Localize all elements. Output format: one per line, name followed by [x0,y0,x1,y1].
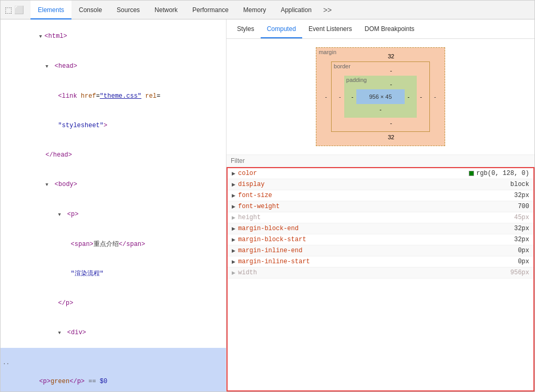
prop-value-display: block [510,181,529,188]
padding-right-value: - [408,94,410,100]
expand-color-icon[interactable]: ▶ [232,171,238,176]
margin-left-value: - [325,94,327,100]
prop-value-width: 956px [510,269,529,276]
prop-value-color: rgb(0, 128, 0) [469,170,529,177]
prop-row-display[interactable]: ▶ display block [228,179,533,190]
expand-margin-block-end-icon[interactable]: ▶ [232,226,238,231]
dom-line-span[interactable]: <span>重点介绍</span> [1,230,226,259]
top-tab-bar: ⬚ ⬜ Elements Console Sources Network Per… [1,1,534,19]
expand-margin-inline-start-icon[interactable]: ▶ [232,259,238,264]
dom-line-link[interactable]: <link href="theme.css" rel= [1,81,226,111]
filter-input[interactable] [231,157,530,164]
triangle-html[interactable]: ▼ [39,32,45,42]
expand-display-icon[interactable]: ▶ [232,182,238,187]
border-left-value: - [339,94,341,100]
margin-box: margin 32 - border [316,47,445,146]
prop-row-margin-inline-end[interactable]: ▶ margin-inline-end 0px [228,245,533,256]
dom-line-p[interactable]: ▼ <p> [1,200,226,230]
dots-indicator: .. [3,358,9,367]
css-properties-list: ▶ color rgb(0, 128, 0) ▶ display block ▶… [227,167,534,391]
dom-line-head[interactable]: ▼ <head> [1,51,226,81]
content-size: 956 × 45 [369,94,392,100]
devtools-window: ⬚ ⬜ Elements Console Sources Network Per… [0,0,535,392]
tab-network[interactable]: Network [147,1,185,19]
tab-memory[interactable]: Memory [236,1,273,19]
margin-bottom-value: 32 [388,134,394,140]
tab-application[interactable]: Application [273,1,319,19]
tab-console[interactable]: Console [71,1,109,19]
prop-row-font-weight[interactable]: ▶ font-weight 700 [228,201,533,212]
prop-name-margin-inline-start: margin-inline-start [238,258,518,265]
padding-left-value: - [352,94,354,100]
dom-line-div[interactable]: ▼ <div> [1,318,226,348]
triangle-head[interactable]: ▼ [46,62,51,71]
prop-name-display: display [238,181,510,188]
sub-tab-event-listeners[interactable]: Event Listeners [302,19,358,38]
tab-sources[interactable]: Sources [109,1,147,19]
padding-bottom-value: - [379,106,382,112]
prop-value-margin-inline-end: 0px [518,247,529,254]
border-top-value: - [390,67,392,74]
expand-font-size-icon[interactable]: ▶ [232,193,238,198]
dom-line-stylesheet[interactable]: "stylesheet"> [1,111,226,140]
prop-name-font-weight: font-weight [238,203,518,210]
padding-box: padding - - [344,76,417,118]
prop-row-font-size[interactable]: ▶ font-size 32px [228,190,533,201]
dom-line-html[interactable]: ▼<html> [1,22,226,51]
prop-name-font-size: font-size [238,192,514,199]
prop-row-margin-block-end[interactable]: ▶ margin-block-end 32px [228,223,533,234]
border-right-value: - [420,94,422,100]
prop-name-margin-block-start: margin-block-start [238,236,514,243]
prop-value-margin-inline-start: 0px [518,258,529,265]
color-swatch-color[interactable] [469,171,474,176]
sub-tab-computed[interactable]: Computed [261,19,302,38]
box-model-diagram: margin 32 - border [316,47,445,146]
tab-performance[interactable]: Performance [185,1,236,19]
expand-height-icon[interactable]: ▶ [232,215,238,220]
prop-name-margin-inline-end: margin-inline-end [238,247,518,254]
border-label: border [334,63,351,69]
sub-tab-styles[interactable]: Styles [231,19,261,38]
main-content: ▼<html> ▼ <head> <link href="theme.css" … [1,19,534,391]
dom-tree-panel: ▼<html> ▼ <head> <link href="theme.css" … [1,19,227,391]
prop-row-width[interactable]: ▶ width 956px [228,267,533,278]
prop-row-margin-inline-start[interactable]: ▶ margin-inline-start 0px [228,256,533,267]
dom-line-p-close[interactable]: </p> [1,288,226,318]
prop-name-color: color [238,170,469,177]
sub-tab-dom-breakpoints[interactable]: DOM Breakpoints [358,19,421,38]
prop-name-height: height [238,214,514,221]
dom-line-p-green[interactable]: .. <p>green</p> == $0 [1,348,226,391]
prop-value-height: 45px [514,214,529,221]
dom-line-text[interactable]: "渲染流程" [1,259,226,288]
toolbar-icons: ⬚ ⬜ [3,5,26,15]
margin-top-value: 32 [388,53,394,59]
dom-line-body[interactable]: ▼ <body> [1,170,226,200]
expand-font-weight-icon[interactable]: ▶ [232,204,238,209]
expand-width-icon[interactable]: ▶ [232,270,238,275]
inspector-icon[interactable]: ⬜ [14,5,24,15]
padding-label: padding [346,77,367,83]
border-bottom-value: - [390,120,392,126]
more-tabs-button[interactable]: >> [319,6,336,14]
cursor-icon[interactable]: ⬚ [5,5,12,15]
prop-value-font-weight: 700 [518,203,529,210]
border-box: border - - pad [331,61,430,132]
triangle-p[interactable]: ▼ [58,210,64,220]
expand-margin-inline-end-icon[interactable]: ▶ [232,248,238,253]
right-panel: Styles Computed Event Listeners DOM Brea… [227,19,534,391]
prop-row-height[interactable]: ▶ height 45px [228,212,533,223]
prop-name-margin-block-end: margin-block-end [238,225,514,232]
content-box: 956 × 45 [356,89,404,104]
box-model-area: margin 32 - border [227,39,534,155]
sub-tab-bar: Styles Computed Event Listeners DOM Brea… [227,19,534,39]
tab-elements[interactable]: Elements [30,1,71,19]
triangle-body[interactable]: ▼ [46,180,51,190]
expand-margin-block-start-icon[interactable]: ▶ [232,237,238,242]
padding-top-value: - [390,81,392,87]
prop-row-color[interactable]: ▶ color rgb(0, 128, 0) [228,168,533,179]
prop-value-margin-block-start: 32px [514,236,529,243]
dom-line-head-close[interactable]: </head> [1,140,226,170]
prop-value-margin-block-end: 32px [514,225,529,232]
prop-row-margin-block-start[interactable]: ▶ margin-block-start 32px [228,234,533,245]
triangle-div[interactable]: ▼ [58,328,64,338]
